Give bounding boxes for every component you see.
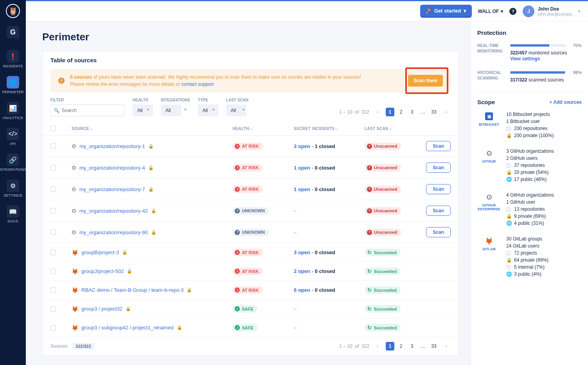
health-badge: !AT RISK — [232, 143, 263, 150]
source-link[interactable]: group3 / subgroup42 / project1_renamed — [81, 325, 174, 331]
lastscan-filter[interactable]: All — [226, 105, 246, 116]
page-next[interactable]: › — [442, 108, 451, 116]
source-link[interactable]: my_organization/repository-4 — [79, 165, 145, 171]
scan-button[interactable]: Scan — [426, 184, 451, 194]
folder-icon: ▢ — [506, 250, 512, 256]
scope-subline: 🔒200 private (100%) — [506, 133, 582, 138]
sidebar-item-settings[interactable]: ⚙ SETTINGS — [0, 175, 26, 201]
integrations-filter[interactable]: All — [161, 105, 181, 116]
source-link[interactable]: groupJ/project-502 — [81, 268, 124, 274]
search-input[interactable] — [50, 105, 125, 116]
scan-button[interactable]: Scan — [426, 206, 451, 216]
incidents-cell: 1 open - 0 closed — [286, 179, 357, 200]
scan-them-button[interactable]: Scan them — [408, 75, 443, 87]
sidebar-item-api[interactable]: </> API — [0, 124, 26, 150]
page-2[interactable]: 2 — [397, 108, 405, 116]
code-icon: </> — [7, 128, 19, 140]
scope-icon-label: GITHUB ENTERPRISE — [477, 203, 501, 211]
scope-line: 2 GitHub users — [506, 155, 582, 161]
scan-status-badge: ?Unscanned — [365, 207, 401, 215]
lock-icon: 🔒 — [506, 257, 512, 263]
scope-line: 1 GitHub user — [506, 199, 582, 205]
folder-icon: ▢ — [506, 126, 512, 131]
contact-support-link[interactable]: contact support — [182, 81, 214, 87]
scope-subline: 🔒9 private (69%) — [506, 213, 582, 219]
scope-icon-label: BITBUCKET — [479, 123, 499, 126]
realtime-progress — [510, 44, 566, 47]
select-all-checkbox[interactable] — [50, 126, 56, 131]
add-sources-button[interactable]: + Add sources — [549, 99, 582, 105]
scan-status-badge: ↻Succeeded — [365, 286, 401, 294]
page-next[interactable]: › — [442, 342, 451, 351]
filter-label: FILTER — [50, 98, 125, 102]
incidents-cell: 3 open - 1 closed — [286, 136, 357, 157]
source-link[interactable]: RBAC demo / Team-B-Group / team-b-repo-3 — [81, 287, 183, 293]
source-link[interactable]: groupB/project-3 — [81, 249, 119, 255]
get-started-button[interactable]: 🚀 Get started ▾ — [420, 5, 472, 18]
row-checkbox[interactable] — [50, 325, 56, 331]
user-menu[interactable]: J John Doe john.doe@compa... ▾ — [523, 5, 580, 17]
scan-status-badge: ↻Succeeded — [365, 305, 401, 313]
scope-line: 10 Bitbucket projects — [506, 112, 582, 117]
page-prev[interactable]: ‹ — [373, 108, 382, 116]
sidebar-item-label: INCIDENTS — [3, 64, 23, 68]
rocket-icon: 🚀 — [426, 8, 432, 14]
row-checkbox[interactable] — [50, 287, 56, 293]
row-checkbox[interactable] — [50, 143, 56, 149]
scope-subline: ▢37 repositories — [506, 163, 582, 168]
page-prev[interactable]: ‹ — [373, 342, 382, 351]
sort-icon[interactable]: ◇ — [335, 127, 338, 131]
page-3[interactable]: 3 — [408, 342, 416, 351]
row-checkbox[interactable] — [50, 229, 56, 235]
health-badge: ?UNKNOWN — [232, 229, 269, 236]
realtime-pct: 70% — [570, 43, 582, 48]
scan-button[interactable]: Scan — [426, 141, 451, 151]
sidebar-item-analytics[interactable]: 📊 ANALYTICS — [0, 98, 26, 124]
sort-icon[interactable]: ◇ — [389, 127, 392, 131]
sidebar-item-docs[interactable]: 📖 DOCS — [0, 201, 26, 227]
globe-icon: 🌐 — [506, 271, 512, 277]
row-checkbox[interactable] — [50, 208, 56, 213]
row-checkbox[interactable] — [50, 186, 56, 192]
row-checkbox[interactable] — [50, 250, 56, 255]
table-row: ⊙my_organization/repository-7🔒!AT RISK1 … — [43, 179, 459, 200]
health-filter[interactable]: All — [133, 105, 153, 116]
sidebar-item-incidents[interactable]: ❗ INCIDENTS — [0, 46, 26, 72]
page-3[interactable]: 3 — [408, 108, 416, 116]
org-badge[interactable]: G — [7, 26, 19, 38]
wall-of-love-link[interactable]: WALL OF ♥ — [478, 9, 503, 14]
footer-count: 322/322 — [72, 343, 94, 349]
shield-icon: 🛡 — [506, 264, 512, 270]
scope-item-gitlab: 🦊GITLAB30 GitLab groups24 GitLab users▢7… — [477, 236, 582, 278]
sort-icon[interactable]: ◇ — [250, 127, 253, 131]
page-1[interactable]: 1 — [386, 342, 394, 351]
table-row: 🦊group3 / subgroup42 / project1_renamed🔒… — [43, 318, 459, 337]
page-33[interactable]: 33 — [430, 342, 438, 351]
sidebar-item-integrations[interactable]: 🔗 INTEGRATIONS — [0, 150, 26, 175]
source-link[interactable]: my_organization/repository-90 — [79, 229, 148, 235]
app-logo-icon[interactable]: 🦉 — [6, 4, 20, 18]
sidebar-item-label: API — [10, 142, 16, 146]
sort-icon[interactable]: ◇ — [90, 127, 93, 131]
row-checkbox[interactable] — [50, 269, 56, 274]
source-link[interactable]: my_organization/repository-7 — [79, 186, 145, 192]
page-2[interactable]: 2 — [397, 342, 405, 351]
view-settings-link[interactable]: View settings — [510, 56, 540, 61]
gear-icon: ⚙ — [7, 179, 19, 192]
scan-button[interactable]: Scan — [426, 163, 451, 173]
row-checkbox[interactable] — [50, 165, 56, 170]
help-button[interactable]: ? — [509, 8, 516, 15]
globe-icon: 🌐 — [506, 220, 512, 226]
page-33[interactable]: 33 — [430, 108, 438, 116]
source-link[interactable]: my_organization/repository-42 — [79, 208, 148, 214]
lock-icon: 🔒 — [177, 325, 182, 330]
health-badge: !AT RISK — [232, 286, 263, 294]
page-1[interactable]: 1 — [386, 108, 394, 116]
source-link[interactable]: my_organization/repository-1 — [79, 143, 145, 149]
source-link[interactable]: group3 / project32 — [81, 306, 122, 312]
sidebar-item-perimeter[interactable]: 🌐 PERIMETER — [0, 72, 26, 98]
type-filter[interactable]: All — [198, 105, 218, 116]
scan-button[interactable]: Scan — [426, 227, 451, 237]
row-checkbox[interactable] — [50, 306, 56, 312]
github-icon: ⊙ — [72, 186, 76, 192]
